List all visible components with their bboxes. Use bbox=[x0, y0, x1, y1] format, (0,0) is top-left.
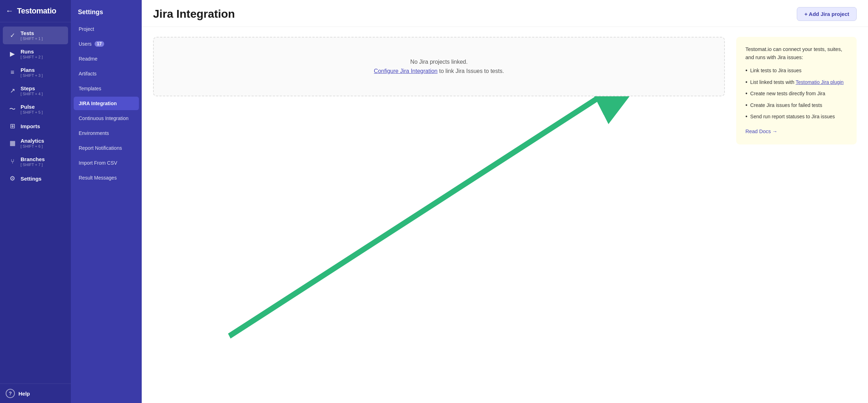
settings-item-artifacts[interactable]: Artifacts bbox=[74, 67, 139, 80]
ci-label: Continuous Integration bbox=[79, 115, 129, 121]
settings-item-jira[interactable]: JIRA Integration bbox=[74, 97, 139, 110]
settings-item-messages[interactable]: Result Messages bbox=[74, 171, 139, 185]
info-list-item-4: Create Jira issues for failed tests bbox=[745, 101, 847, 109]
plans-icon: ≡ bbox=[9, 69, 16, 76]
users-badge: 17 bbox=[95, 41, 104, 47]
branches-icon: ⑂ bbox=[9, 158, 16, 165]
info-panel: Testomat.io can connect your tests, suit… bbox=[736, 37, 857, 144]
messages-label: Result Messages bbox=[79, 175, 117, 181]
read-docs-link[interactable]: Read Docs → bbox=[745, 127, 847, 136]
settings-item-readme[interactable]: Readme bbox=[74, 52, 139, 66]
jira-plugin-link[interactable]: Testomatio Jira plugin bbox=[796, 79, 844, 85]
back-icon[interactable]: ← bbox=[6, 6, 13, 16]
sidebar-item-imports[interactable]: ⊞ Imports bbox=[3, 119, 68, 134]
tests-label: Tests bbox=[21, 30, 43, 36]
info-list: Link tests to Jira issues List linked te… bbox=[745, 67, 847, 120]
environments-label: Environments bbox=[79, 130, 109, 136]
project-label: Project bbox=[79, 26, 94, 32]
settings-item-ci[interactable]: Continuous Integration bbox=[74, 112, 139, 125]
pulse-label: Pulse bbox=[21, 104, 43, 110]
users-label: Users bbox=[79, 41, 92, 47]
sidebar-item-branches[interactable]: ⑂ Branches [ SHIFT + 7 ] bbox=[3, 153, 68, 170]
add-jira-project-button[interactable]: + Add Jira project bbox=[797, 7, 857, 21]
sidebar-header: ← Testomatio bbox=[0, 0, 71, 22]
empty-state-text: No Jira projects linked. bbox=[168, 59, 710, 65]
sidebar-nav: ✓ Tests [ SHIFT + 1 ] ▶ Runs [ SHIFT + 2… bbox=[0, 22, 71, 384]
sidebar-item-pulse[interactable]: 〜 Pulse [ SHIFT + 5 ] bbox=[3, 100, 68, 118]
settings-item-users[interactable]: Users 17 bbox=[74, 37, 139, 51]
plans-label: Plans bbox=[21, 67, 43, 73]
steps-label: Steps bbox=[21, 85, 43, 91]
runs-icon: ▶ bbox=[9, 50, 16, 58]
steps-icon: ↗ bbox=[9, 87, 16, 95]
pulse-icon: 〜 bbox=[9, 105, 16, 113]
main-header: Jira Integration + Add Jira project bbox=[142, 0, 868, 27]
main-content: Jira Integration + Add Jira project bbox=[142, 0, 868, 403]
imports-label: Imports bbox=[21, 123, 40, 129]
help-label: Help bbox=[18, 391, 30, 397]
imports-icon: ⊞ bbox=[9, 122, 16, 130]
settings-panel-title: Settings bbox=[74, 6, 139, 21]
branches-label: Branches bbox=[21, 156, 45, 162]
info-list-item-5: Send run report statuses to Jira issues bbox=[745, 113, 847, 120]
analytics-icon: ▦ bbox=[9, 139, 16, 147]
analytics-label: Analytics bbox=[21, 138, 44, 144]
empty-state-link-line: Configure Jira Integration to link Jira … bbox=[168, 68, 710, 74]
info-panel-intro: Testomat.io can connect your tests, suit… bbox=[745, 45, 847, 62]
csv-label: Import From CSV bbox=[79, 160, 117, 166]
tests-shortcut: [ SHIFT + 1 ] bbox=[21, 36, 43, 41]
plans-shortcut: [ SHIFT + 3 ] bbox=[21, 73, 43, 78]
settings-panel: Settings Project Users 17 Readme Artifac… bbox=[71, 0, 142, 403]
main-body: No Jira projects linked. Configure Jira … bbox=[142, 27, 868, 403]
sidebar-item-tests[interactable]: ✓ Tests [ SHIFT + 1 ] bbox=[3, 27, 68, 44]
info-list-item-3: Create new tests directly from Jira bbox=[745, 90, 847, 97]
settings-item-csv[interactable]: Import From CSV bbox=[74, 156, 139, 170]
settings-icon: ⚙ bbox=[9, 175, 16, 182]
help-item[interactable]: ? Help bbox=[6, 389, 65, 398]
notifications-label: Report Notifications bbox=[79, 145, 122, 151]
content-area: No Jira projects linked. Configure Jira … bbox=[153, 37, 725, 393]
sidebar-item-settings[interactable]: ⚙ Settings bbox=[3, 171, 68, 186]
steps-shortcut: [ SHIFT + 4 ] bbox=[21, 92, 43, 96]
readme-label: Readme bbox=[79, 56, 97, 62]
configure-jira-link[interactable]: Configure Jira Integration bbox=[374, 68, 438, 74]
templates-label: Templates bbox=[79, 86, 101, 91]
settings-item-project[interactable]: Project bbox=[74, 22, 139, 36]
branches-shortcut: [ SHIFT + 7 ] bbox=[21, 163, 45, 167]
empty-state: No Jira projects linked. Configure Jira … bbox=[153, 37, 725, 96]
runs-shortcut: [ SHIFT + 2 ] bbox=[21, 55, 43, 59]
page-title: Jira Integration bbox=[153, 7, 235, 21]
sidebar-item-runs[interactable]: ▶ Runs [ SHIFT + 2 ] bbox=[3, 45, 68, 63]
sidebar-item-analytics[interactable]: ▦ Analytics [ SHIFT + 6 ] bbox=[3, 134, 68, 152]
settings-item-environments[interactable]: Environments bbox=[74, 126, 139, 140]
sidebar-item-plans[interactable]: ≡ Plans [ SHIFT + 3 ] bbox=[3, 63, 68, 81]
sidebar: ← Testomatio ✓ Tests [ SHIFT + 1 ] ▶ Run… bbox=[0, 0, 71, 403]
sidebar-item-steps[interactable]: ↗ Steps [ SHIFT + 4 ] bbox=[3, 82, 68, 100]
jira-label: JIRA Integration bbox=[79, 101, 117, 106]
runs-label: Runs bbox=[21, 49, 43, 55]
info-list-item-1: Link tests to Jira issues bbox=[745, 67, 847, 74]
settings-item-notifications[interactable]: Report Notifications bbox=[74, 141, 139, 155]
sidebar-footer: ? Help bbox=[0, 384, 71, 403]
settings-label: Settings bbox=[21, 176, 41, 182]
svg-line-1 bbox=[229, 65, 649, 336]
analytics-shortcut: [ SHIFT + 6 ] bbox=[21, 144, 44, 148]
settings-item-templates[interactable]: Templates bbox=[74, 82, 139, 95]
pulse-shortcut: [ SHIFT + 5 ] bbox=[21, 110, 43, 114]
brand-name: Testomatio bbox=[17, 6, 56, 16]
help-icon: ? bbox=[6, 389, 15, 398]
artifacts-label: Artifacts bbox=[79, 71, 97, 76]
tests-icon: ✓ bbox=[9, 32, 16, 39]
info-list-item-2: List linked tests with Testomatio Jira p… bbox=[745, 78, 847, 86]
